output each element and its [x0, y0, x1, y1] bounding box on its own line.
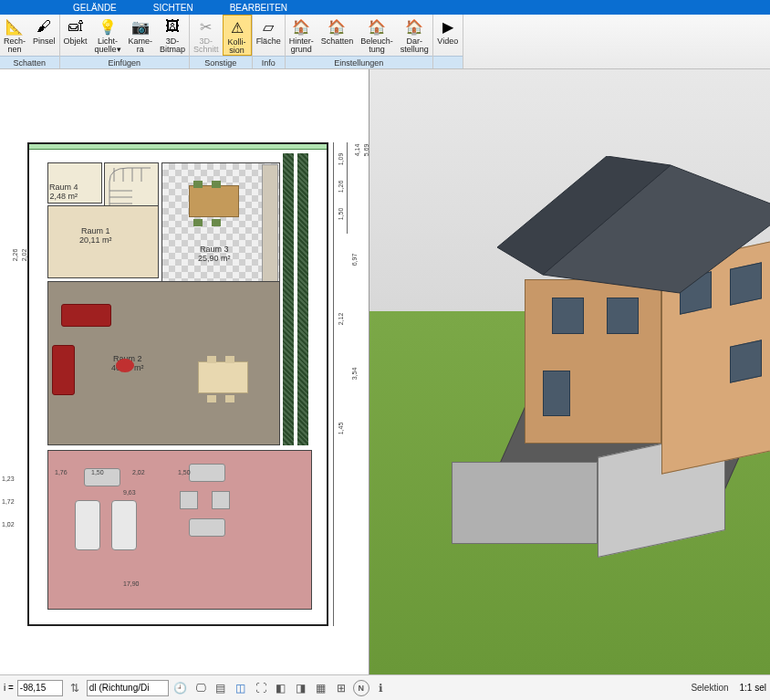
shaded-icon[interactable]: ◧ — [273, 680, 289, 696]
video-icon: ▶ — [438, 16, 458, 37]
sofa-red-2 — [52, 345, 75, 395]
dimension: 2,12 — [338, 313, 344, 326]
beleuchtung-icon: 🏠 — [367, 16, 387, 37]
dimension: 1,02 — [2, 521, 15, 528]
dimension: 1,26 — [338, 181, 344, 193]
ribbon-button-darstellung[interactable]: 🏠Dar- stellung — [397, 15, 432, 56]
ribbon-group-label: Sonstige — [190, 56, 252, 68]
ribbon-button-beleuchtung[interactable]: 🏠Beleuch- tung — [357, 15, 397, 56]
dimension: 6,97 — [351, 254, 358, 266]
ribbon-button-kamera[interactable]: 📷Kame- ra — [125, 15, 157, 56]
history-icon[interactable]: 🕘 — [172, 680, 189, 696]
outdoor-sofa — [189, 518, 225, 537]
house-wall-left — [525, 279, 661, 444]
dimension: 2,26 — [12, 249, 18, 262]
pinsel-icon: 🖌 — [34, 16, 54, 37]
objekt-icon: 🛋 — [66, 16, 86, 37]
outdoor-sofa — [189, 464, 225, 482]
grid-icon[interactable]: ▦ — [313, 680, 329, 696]
menu-tab-bearbeiten[interactable]: BEARBEITEN — [230, 3, 287, 13]
hedge-icon — [283, 153, 294, 445]
chair — [207, 356, 216, 363]
kollision-icon: ⚠ — [227, 17, 247, 37]
ribbon-button-hintergrund[interactable]: 🏠Hinter- grund — [286, 15, 317, 56]
darstellung-icon: 🏠 — [404, 16, 424, 37]
ribbon-group: ▱FlächeInfo — [253, 15, 286, 68]
layer-icon[interactable]: ▤ — [213, 680, 229, 696]
sofa-red — [61, 304, 111, 327]
ribbon-button-schatten[interactable]: 🏠Schatten — [317, 15, 358, 56]
screen-icon[interactable]: 🖵 — [192, 680, 209, 696]
room-label-raum1: Raum 120,11 m² — [79, 226, 112, 245]
workspace: Raum 42,48 m² Raum 120, — [0, 69, 770, 674]
terrain-strip — [29, 144, 327, 150]
garage-wall — [452, 462, 598, 544]
coord-label: i = — [4, 683, 14, 693]
ribbon-label: Rech- nen — [4, 37, 26, 54]
dimension: 1,23 — [2, 475, 15, 482]
outdoor-chair — [212, 491, 230, 509]
grid2-icon[interactable]: ⊞ — [333, 680, 349, 696]
ribbon-group-label — [433, 56, 463, 68]
direction-dropdown[interactable] — [87, 680, 169, 696]
ribbon-button-flaeche[interactable]: ▱Fläche — [253, 15, 285, 56]
window-icon — [607, 298, 639, 334]
menu-tab-gelaende[interactable]: GELÄNDE — [73, 3, 117, 13]
outdoor-chair — [180, 491, 198, 509]
ribbon-button-pinsel[interactable]: 🖌Pinsel — [29, 15, 59, 56]
perspective-icon[interactable]: ◨ — [293, 680, 309, 696]
ribbon-label: Pinsel — [33, 37, 56, 46]
ribbon-button-video[interactable]: ▶Video — [433, 15, 463, 56]
ribbon-label: Hinter- grund — [289, 37, 314, 54]
hintergrund-icon: 🏠 — [291, 16, 311, 37]
kamera-icon: 📷 — [130, 16, 151, 37]
wireframe-icon[interactable]: ⛶ — [253, 680, 269, 696]
ribbon-label: Objekt — [64, 37, 88, 46]
dimension: 17,90 — [123, 580, 140, 587]
ribbon-button-3d-bitmap[interactable]: 🖼3D- Bitmap — [156, 15, 189, 56]
room-label-raum3: Raum 325,90 m² — [198, 245, 231, 263]
car-icon — [75, 500, 100, 550]
chair — [207, 395, 216, 402]
car-icon — [111, 500, 137, 550]
menu-tab-sichten[interactable]: SICHTEN — [153, 3, 193, 13]
dining-table — [189, 185, 239, 217]
info-icon[interactable]: ℹ — [373, 680, 390, 696]
window-icon — [730, 340, 762, 382]
status-scale: 1:1 sel — [740, 683, 766, 693]
ribbon-label: Kame- ra — [129, 37, 153, 54]
schatten-icon: 🏠 — [327, 16, 347, 37]
menu-tabs: GELÄNDE SICHTEN BEARBEITEN — [0, 0, 770, 15]
ribbon-button-objekt[interactable]: 🛋Objekt — [60, 15, 91, 56]
ribbon-group-label: Schatten — [0, 56, 59, 68]
dimension: 4,14 — [354, 144, 360, 157]
ribbon-button-kollision[interactable]: ⚠Kolli- sion — [223, 15, 252, 56]
coord-input[interactable] — [17, 680, 63, 696]
lichtquelle-icon: 💡 — [98, 16, 118, 37]
dimension: 2,02 — [21, 249, 27, 262]
status-bar: i = ⇅ 🕘 🖵 ▤ ◫ ⛶ ◧ ◨ ▦ ⊞ N ℹ Selektion 1:… — [0, 674, 770, 700]
ribbon-label: Beleuch- tung — [360, 37, 393, 54]
ribbon-group: 🏠Hinter- grund🏠Schatten🏠Beleuch- tung🏠Da… — [286, 15, 433, 68]
ribbon-button-3d-schnitt[interactable]: ✂3D- Schnitt — [190, 15, 223, 56]
view-2d-floorplan[interactable]: Raum 42,48 m² Raum 120, — [0, 69, 369, 674]
view-3d[interactable] — [369, 69, 770, 674]
north-icon[interactable]: N — [353, 680, 369, 696]
table-light — [198, 361, 248, 393]
ribbon-button-rechnen[interactable]: 📐Rech- nen — [0, 15, 29, 56]
dimension: 1,50 — [91, 469, 104, 475]
dimension-rail — [333, 142, 334, 626]
hedge-icon — [297, 153, 308, 445]
dimension: 1,50 — [178, 469, 191, 475]
dimension: 1,72 — [2, 498, 15, 505]
ribbon-button-lichtquelle[interactable]: 💡Licht- quelle▾ — [91, 15, 125, 56]
ribbon-label: Schatten — [321, 37, 354, 46]
ribbon-label: 3D- Bitmap — [160, 37, 185, 54]
dimension: 1,09 — [338, 153, 344, 166]
door-icon — [543, 371, 570, 416]
3d-bitmap-icon: 🖼 — [162, 16, 182, 37]
chair — [193, 181, 203, 188]
3d-schnitt-icon: ✂ — [196, 16, 216, 37]
cube-icon[interactable]: ◫ — [233, 680, 249, 696]
stepper-icon[interactable]: ⇅ — [67, 680, 83, 696]
